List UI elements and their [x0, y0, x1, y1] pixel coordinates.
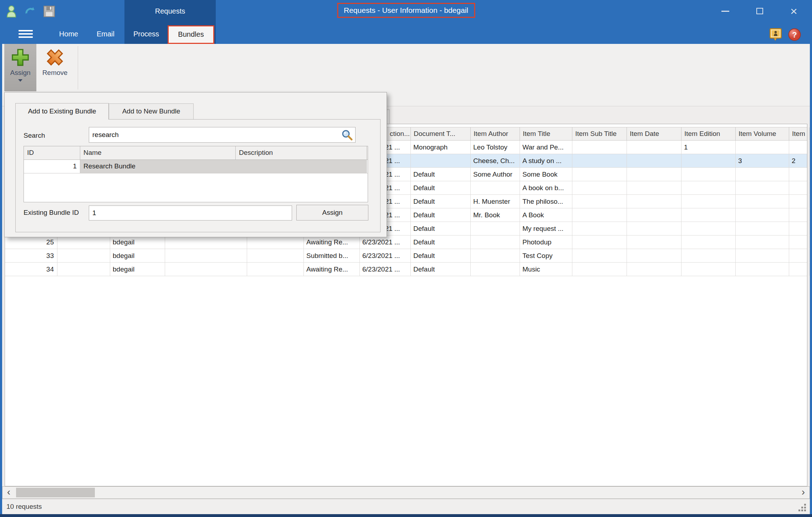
- column-header[interactable]: Item Edition: [681, 127, 736, 140]
- table-row[interactable]: 34bdegailAwaiting Re...6/23/2021 ...Defa…: [5, 263, 807, 276]
- bundle-column-header[interactable]: Description: [236, 146, 367, 159]
- assign-button-label: Assign: [4, 69, 36, 77]
- table-cell: 33: [5, 249, 57, 262]
- table-cell: [681, 222, 736, 235]
- add-plus-icon: [10, 47, 30, 67]
- table-cell: Photodup: [520, 235, 572, 249]
- table-cell: Default: [411, 249, 471, 262]
- table-cell: [681, 249, 736, 262]
- tab-home[interactable]: Home: [53, 25, 84, 44]
- tab-email[interactable]: Email: [91, 25, 120, 44]
- table-cell: [681, 154, 736, 167]
- bundle-cell: [236, 160, 367, 173]
- table-cell: [572, 235, 627, 249]
- table-cell: [681, 263, 736, 276]
- table-cell: Default: [411, 222, 471, 235]
- table-cell: [627, 249, 681, 262]
- column-header[interactable]: Document T...: [411, 127, 471, 140]
- assign-button[interactable]: Assign: [4, 44, 36, 91]
- table-cell: bdegail: [110, 235, 165, 249]
- table-cell: Test Copy: [520, 249, 572, 262]
- table-cell: [165, 235, 247, 249]
- tab-add-to-new-bundle[interactable]: Add to New Bundle: [109, 103, 194, 119]
- scroll-right-icon[interactable]: ›: [797, 487, 809, 498]
- save-icon[interactable]: [44, 6, 55, 19]
- table-cell: [681, 181, 736, 194]
- remove-button[interactable]: Remove: [38, 44, 72, 91]
- tab-bundles[interactable]: Bundles: [169, 26, 213, 43]
- table-cell: [681, 168, 736, 181]
- table-cell: [789, 141, 810, 154]
- table-cell: Default: [411, 168, 471, 181]
- table-cell: Music: [520, 263, 572, 276]
- table-cell: [627, 235, 681, 249]
- table-cell: Some Author: [471, 168, 520, 181]
- scrollbar-thumb[interactable]: [16, 488, 95, 497]
- tab-process[interactable]: Process: [128, 25, 164, 44]
- table-cell: [247, 235, 304, 249]
- search-input[interactable]: [89, 127, 356, 143]
- column-header[interactable]: Item Title: [520, 127, 572, 140]
- bundle-cell: 1: [24, 160, 80, 173]
- table-cell: [681, 235, 736, 249]
- user-icon[interactable]: [6, 5, 17, 19]
- table-cell: bdegail: [110, 249, 165, 262]
- request-count: 10 requests: [6, 499, 42, 514]
- bundle-grid-rows: 1Research Bundle: [24, 160, 368, 173]
- maximize-button[interactable]: [752, 5, 767, 17]
- bundle-column-header[interactable]: ID: [24, 146, 80, 159]
- table-cell: [165, 249, 247, 262]
- table-cell: [736, 195, 789, 208]
- table-cell: [471, 263, 520, 276]
- status-bar: 10 requests: [2, 499, 810, 514]
- help-icon[interactable]: ?: [788, 28, 800, 40]
- table-cell: [736, 141, 789, 154]
- refresh-icon[interactable]: [24, 5, 37, 20]
- column-header[interactable]: Item Volume: [736, 127, 789, 140]
- table-cell: Monograph: [411, 141, 471, 154]
- table-cell: Default: [411, 195, 471, 208]
- table-cell: [247, 263, 304, 276]
- table-cell: Cheese, Ch...: [471, 154, 520, 167]
- column-header[interactable]: Item Date: [627, 127, 681, 140]
- table-cell: [627, 141, 681, 154]
- bundle-column-header[interactable]: Name: [80, 146, 236, 159]
- tab-add-to-existing-bundle[interactable]: Add to Existing Bundle: [15, 103, 109, 120]
- svg-text:?: ?: [792, 30, 797, 39]
- table-cell: Default: [411, 181, 471, 194]
- table-cell: [471, 235, 520, 249]
- table-cell: The philoso...: [520, 195, 572, 208]
- close-button[interactable]: ×: [786, 5, 802, 17]
- popup-assign-button[interactable]: Assign: [296, 205, 368, 221]
- app-window: Requests Requests - User: [0, 0, 812, 517]
- search-icon[interactable]: [341, 129, 353, 141]
- table-row[interactable]: 33bdegailSubmitted b...6/23/2021 ...Defa…: [5, 249, 807, 263]
- table-cell: Default: [411, 208, 471, 222]
- minimize-icon: [721, 11, 729, 12]
- table-cell: 2: [789, 154, 810, 167]
- resize-grip[interactable]: [798, 504, 806, 512]
- table-cell: Awaiting Re...: [304, 235, 360, 249]
- column-header[interactable]: Item Author: [471, 127, 520, 140]
- existing-bundle-id-input[interactable]: [89, 206, 292, 221]
- column-header[interactable]: Item Sub Title: [572, 127, 627, 140]
- table-row[interactable]: 25bdegailAwaiting Re...6/23/2021 ...Defa…: [5, 235, 807, 249]
- minimize-button[interactable]: [717, 5, 733, 17]
- table-cell: Mr. Book: [471, 208, 520, 222]
- scroll-left-icon[interactable]: ‹: [3, 487, 15, 498]
- feedback-icon[interactable]: [770, 28, 782, 40]
- search-label: Search: [24, 132, 45, 140]
- table-cell: [627, 263, 681, 276]
- table-cell: 34: [5, 263, 57, 276]
- table-cell: [471, 222, 520, 235]
- horizontal-scrollbar[interactable]: ‹ ›: [2, 486, 810, 499]
- table-cell: My request ...: [520, 222, 572, 235]
- bundle-results-grid: IDNameDescription 1Research Bundle: [24, 146, 368, 202]
- table-cell: [681, 195, 736, 208]
- menu-icon[interactable]: [19, 30, 33, 39]
- table-cell: [572, 249, 627, 262]
- bundle-row[interactable]: 1Research Bundle: [24, 160, 368, 173]
- table-cell: [736, 168, 789, 181]
- table-cell: 6/23/2021 ...: [360, 263, 411, 276]
- column-header[interactable]: Item: [789, 127, 810, 140]
